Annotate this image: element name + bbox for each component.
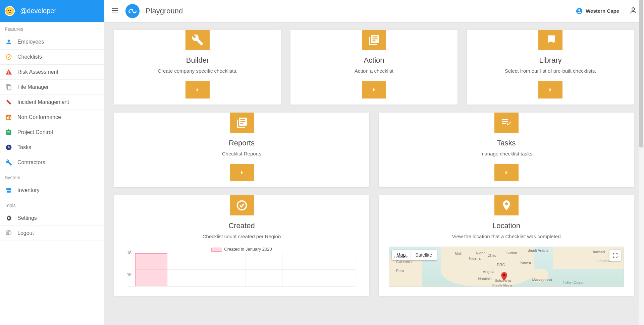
svg-point-6 <box>8 101 8 102</box>
chart-legend: Created in January 2020 <box>127 247 356 252</box>
card-library: Library Select from our list of pre-buil… <box>467 30 634 105</box>
library-books-icon <box>230 113 254 133</box>
section-features: Features <box>0 22 104 35</box>
sidebar-item-project[interactable]: Project Control <box>0 125 104 140</box>
sidebar-item-contractors[interactable]: Contractors <box>0 155 104 170</box>
sidebar-item-label: Non Conformance <box>17 114 61 120</box>
wrench-icon <box>185 30 210 50</box>
card-title: Tasks <box>385 139 627 147</box>
svg-point-2 <box>10 10 11 11</box>
svg-point-7 <box>9 103 10 104</box>
card-desc: Select from our list of pre-built checkl… <box>474 68 627 74</box>
menu-button[interactable] <box>111 6 119 16</box>
svg-point-14 <box>578 9 580 11</box>
library-books-icon <box>362 30 386 50</box>
bar-chart-icon <box>5 113 13 121</box>
sidebar-item-label: Contractors <box>17 159 45 166</box>
map[interactable]: Map Satellite Ecuador Colombia Peru Mali… <box>389 247 624 287</box>
svg-point-15 <box>632 8 635 10</box>
svg-point-3 <box>6 55 11 60</box>
location-label: Western Cape <box>586 8 619 14</box>
card-title: Action <box>297 56 451 65</box>
sidebar-item-settings[interactable]: Settings <box>0 211 104 226</box>
sidebar-item-label: Project Control <box>17 129 53 135</box>
check-circle-icon <box>5 53 13 61</box>
svg-point-0 <box>6 7 13 14</box>
sidebar-item-employees[interactable]: Employees <box>0 35 104 50</box>
warning-icon <box>5 68 13 76</box>
sidebar-item-label: Tasks <box>17 144 31 150</box>
sidebar-item-label: Employees <box>17 39 44 45</box>
check-circle-icon <box>230 195 254 215</box>
topbar: Playground Western Cape <box>104 0 644 22</box>
location-selector[interactable]: Western Cape <box>576 7 619 15</box>
sidebar-item-noncon[interactable]: Non Conformance <box>0 110 104 125</box>
content: Builder Create company specific checklis… <box>104 22 644 325</box>
sidebar-item-label: Settings <box>17 215 37 221</box>
user-handle: @developer <box>20 7 56 15</box>
location-pin-icon <box>494 195 519 215</box>
card-tasks: Tasks manage checklist tasks <box>379 113 634 187</box>
go-action-button[interactable] <box>362 81 386 99</box>
svg-rect-11 <box>10 117 11 119</box>
chart-bar <box>135 253 167 286</box>
sidebar-item-risk[interactable]: Risk Assessment <box>0 65 104 80</box>
fingerprint-icon <box>5 229 13 237</box>
sidebar-item-logout[interactable]: Logout <box>0 226 104 241</box>
card-desc: Checklist Reports <box>121 151 363 156</box>
scrollbar-thumb[interactable] <box>639 0 643 147</box>
svg-point-5 <box>8 102 9 103</box>
app-logo <box>125 4 140 18</box>
main: Playground Western Cape Builder Create c… <box>104 0 644 325</box>
clock-icon <box>5 143 13 151</box>
sidebar-item-label: Incident Management <box>17 99 69 105</box>
chart-y-axis: 18 16 <box>125 253 134 286</box>
card-created: Created Checklist count created per Regi… <box>114 195 369 296</box>
svg-point-17 <box>503 274 505 276</box>
sidebar: @developer Features Employees Checklists… <box>0 0 104 325</box>
user-avatar[interactable] <box>5 6 15 16</box>
card-title: Created <box>121 221 363 230</box>
card-title: Builder <box>121 56 274 65</box>
map-style-satellite[interactable]: Satellite <box>410 250 437 260</box>
playlist-check-icon <box>494 113 519 133</box>
card-title: Location <box>385 221 627 230</box>
sidebar-item-label: Checklists <box>17 54 42 60</box>
sidebar-item-tasks[interactable]: Tasks <box>0 140 104 155</box>
go-builder-button[interactable] <box>185 81 210 99</box>
user-menu[interactable] <box>629 6 637 16</box>
sidebar-item-files[interactable]: File Manager <box>0 80 104 95</box>
card-title: Reports <box>121 139 363 147</box>
scrollbar[interactable] <box>639 0 644 325</box>
svg-rect-9 <box>7 117 8 119</box>
settings-icon <box>5 214 13 222</box>
sidebar-item-inventory[interactable]: Inventory <box>0 183 104 198</box>
page-title: Playground <box>146 7 183 15</box>
svg-rect-10 <box>8 116 9 119</box>
assignment-icon <box>5 128 13 136</box>
wrench-icon <box>5 158 13 167</box>
bandage-icon <box>5 98 13 106</box>
card-desc: View the location that a Checklist was c… <box>385 234 627 239</box>
store-icon <box>5 186 13 194</box>
go-reports-button[interactable] <box>230 164 254 181</box>
person-icon <box>5 38 13 46</box>
chart-bars <box>135 253 356 286</box>
go-tasks-button[interactable] <box>494 164 519 181</box>
svg-point-1 <box>8 10 9 11</box>
card-desc: manage checklist tasks <box>385 151 627 156</box>
card-title: Library <box>474 56 627 65</box>
sidebar-item-label: Logout <box>17 230 34 236</box>
sidebar-item-label: File Manager <box>17 84 49 90</box>
map-marker[interactable] <box>500 272 508 283</box>
card-reports: Reports Checklist Reports <box>114 113 369 187</box>
sidebar-item-label: Inventory <box>17 187 40 193</box>
card-desc: Action a checklist <box>297 68 451 74</box>
sidebar-item-label: Risk Assessment <box>17 69 58 75</box>
sidebar-item-incident[interactable]: Incident Management <box>0 95 104 110</box>
file-copy-icon <box>5 83 13 91</box>
sidebar-item-checklists[interactable]: Checklists <box>0 50 104 65</box>
go-library-button[interactable] <box>538 81 562 99</box>
section-system: System <box>0 170 104 183</box>
card-action: Action Action a checklist <box>290 30 458 105</box>
